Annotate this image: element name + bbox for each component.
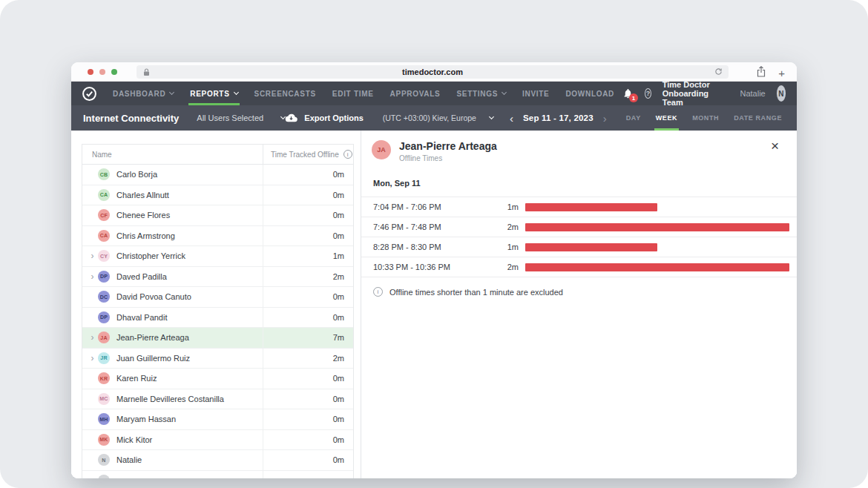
nav-item-label: REPORTS — [190, 90, 229, 98]
user-avatar[interactable]: N — [777, 85, 786, 102]
period-tab[interactable]: DATE RANGE — [726, 105, 789, 131]
table-row[interactable]: › CF Chenee Flores 0m — [82, 205, 353, 226]
nav-item[interactable]: SETTINGS — [448, 82, 514, 105]
user-name-label: Jean-Pierre Arteaga — [116, 333, 189, 342]
table-row[interactable]: › MK Mick Kitor 0m — [82, 430, 353, 451]
time-tracked-offline-value: 1m — [263, 246, 353, 266]
offline-entry-row: 7:46 PM - 7:48 PM 2m — [361, 217, 797, 237]
new-tab-icon[interactable]: + — [778, 68, 785, 79]
nav-item[interactable]: REPORTS — [182, 82, 246, 105]
duration-label: 2m — [499, 263, 519, 271]
reload-icon[interactable] — [714, 67, 723, 77]
nav-item[interactable]: INVITE — [514, 82, 557, 105]
notifications-bell-icon[interactable]: 1 — [622, 88, 634, 99]
user-name-label: Charles Allnutt — [116, 191, 169, 200]
user-avatar: DP — [98, 271, 110, 283]
period-tab[interactable]: DAY — [619, 105, 648, 131]
nav-item-label: SETTINGS — [456, 90, 498, 98]
user-name-label: Marnelle Devilleres Costanilla — [116, 395, 224, 403]
close-icon[interactable]: × — [771, 138, 779, 154]
user-avatar: DC — [98, 291, 110, 303]
nav-item[interactable]: EDIT TIME — [324, 82, 382, 105]
period-tab[interactable]: WEEK — [648, 105, 685, 131]
user-name-label: Chenee Flores — [116, 211, 170, 220]
help-icon[interactable]: ? — [645, 88, 651, 99]
chevron-down-icon — [234, 90, 239, 95]
team-name[interactable]: Time Doctor Onboarding Team — [662, 80, 729, 107]
nav-item[interactable]: DOWNLOAD — [557, 82, 622, 105]
timezone-dropdown[interactable]: (UTC +03:00) Kiev, Europe — [383, 113, 493, 122]
exclusion-note: i Offline times shorter than 1 minute ar… — [373, 287, 797, 297]
date-navigation: ‹ Sep 11 - 17, 2023 › — [510, 113, 607, 124]
detail-panel: JA Jean-Pierre Arteaga Offline Times × M… — [361, 131, 797, 478]
time-tracked-offline-value: 0m — [263, 389, 353, 409]
period-tab-label: DAY — [626, 114, 641, 122]
timedoctor-logo-icon[interactable] — [82, 86, 97, 102]
nav-item-label: SCREENCASTS — [254, 90, 316, 98]
nav-item-label: DOWNLOAD — [565, 90, 614, 98]
nav-item[interactable]: SCREENCASTS — [246, 82, 324, 105]
offline-duration-bar — [525, 263, 789, 271]
notification-badge: 1 — [629, 93, 638, 102]
zoom-window-button[interactable] — [111, 69, 117, 75]
table-row[interactable]: › CB Carlo Borja 0m — [82, 165, 353, 185]
users-filter-dropdown[interactable]: All Users Selected — [197, 113, 285, 122]
table-row[interactable]: › CY Christopher Yerrick 1m — [82, 246, 353, 267]
period-tab[interactable]: MONTH — [685, 105, 726, 131]
time-tracked-offline-value: 2m — [263, 267, 353, 287]
table-row[interactable]: › — [82, 471, 353, 479]
user-avatar: CF — [98, 209, 110, 221]
expand-chevron-icon[interactable]: › — [87, 271, 98, 282]
table-row[interactable]: › MC Marnelle Devilleres Costanilla 0m — [82, 389, 353, 410]
expand-chevron-icon[interactable]: › — [87, 332, 98, 343]
expand-chevron-icon[interactable]: › — [87, 251, 98, 261]
period-tabs: DAY WEEK MONTH DATE RANGE — [619, 105, 789, 131]
close-window-button[interactable] — [88, 69, 93, 75]
url-text: timedoctor.com — [402, 67, 463, 76]
user-avatar: N — [98, 454, 110, 466]
next-week-arrow[interactable]: › — [603, 113, 607, 124]
column-header-name: Name — [82, 151, 263, 159]
time-tracked-offline-value: 0m — [263, 165, 353, 185]
table-row[interactable]: › CA Chris Armstrong 0m — [82, 226, 353, 247]
user-name-label: Karen Ruiz — [116, 374, 157, 383]
user-name-label: Natalie — [116, 455, 142, 464]
address-bar[interactable]: timedoctor.com — [137, 65, 729, 79]
table-row[interactable]: › JR Juan Guillermo Ruiz 2m — [82, 349, 353, 369]
browser-chrome: timedoctor.com + — [71, 62, 797, 82]
top-nav: DASHBOARD REPORTS SCREENCASTS EDIT TIME … — [71, 82, 797, 105]
info-icon[interactable]: i — [343, 150, 352, 159]
period-tab-label: WEEK — [656, 114, 677, 122]
browser-actions: + — [757, 66, 785, 80]
duration-label: 2m — [499, 222, 519, 231]
user-name[interactable]: Natalie — [740, 89, 765, 98]
nav-item[interactable]: APPROVALS — [382, 82, 449, 105]
user-name-label: Chris Armstrong — [116, 231, 175, 240]
share-icon[interactable] — [757, 66, 766, 80]
user-name-label: Mick Kitor — [116, 435, 152, 444]
user-avatar: CA — [98, 189, 110, 201]
previous-week-arrow[interactable]: ‹ — [510, 113, 513, 124]
table-row[interactable]: › MH Maryam Hassan 0m — [82, 409, 353, 430]
nav-item-label: APPROVALS — [390, 90, 441, 98]
user-avatar: CA — [98, 230, 110, 242]
minimize-window-button[interactable] — [99, 69, 105, 75]
expand-chevron-icon[interactable]: › — [87, 353, 98, 363]
chevron-down-icon — [502, 90, 507, 95]
table-row[interactable]: › DC David Povoa Canuto 0m — [82, 287, 353, 308]
user-name-label: Daved Padilla — [116, 272, 167, 281]
table-row[interactable]: › CA Charles Allnutt 0m — [82, 185, 353, 206]
chevron-down-icon — [489, 114, 494, 119]
table-row[interactable]: › DP Daved Padilla 2m — [82, 267, 353, 288]
table-row[interactable]: › KR Karen Ruiz 0m — [82, 369, 353, 389]
info-icon: i — [373, 287, 383, 297]
time-tracked-offline-value: 0m — [263, 409, 353, 429]
offline-duration-bar — [525, 203, 657, 211]
nav-item[interactable]: DASHBOARD — [105, 82, 182, 105]
browser-window: timedoctor.com + DASHBOARD REPORTS — [71, 62, 797, 478]
table-row[interactable]: › N Natalie 0m — [82, 450, 353, 471]
table-row[interactable]: › JA Jean-Pierre Arteaga 7m — [82, 328, 353, 349]
export-options-button[interactable]: Export Options — [285, 113, 363, 122]
user-name-label: Carlo Borja — [116, 170, 157, 179]
table-row[interactable]: › DP Dhaval Pandit 0m — [82, 308, 353, 329]
